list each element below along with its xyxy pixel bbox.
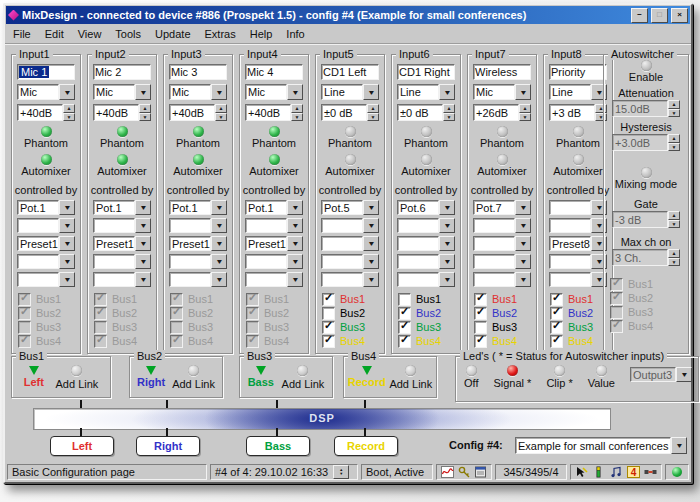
spin-down-icon[interactable] bbox=[367, 113, 379, 122]
bus4-checkbox[interactable] bbox=[94, 335, 107, 348]
chevron-down-icon[interactable] bbox=[515, 218, 531, 233]
control-select-3[interactable]: Preset8 bbox=[549, 236, 607, 251]
control-select-5[interactable] bbox=[169, 272, 227, 287]
control-select-5[interactable] bbox=[321, 272, 379, 287]
chevron-down-icon[interactable] bbox=[363, 200, 379, 215]
chevron-down-icon[interactable] bbox=[211, 254, 227, 269]
chevron-down-icon[interactable] bbox=[439, 84, 455, 100]
control-select-4[interactable] bbox=[321, 254, 379, 269]
automixer-led[interactable] bbox=[117, 154, 128, 165]
control-select-2[interactable] bbox=[397, 218, 455, 233]
minimize-button[interactable]: − bbox=[631, 8, 648, 23]
chevron-down-icon[interactable] bbox=[211, 272, 227, 287]
chevron-down-icon[interactable] bbox=[59, 254, 75, 269]
chevron-down-icon[interactable] bbox=[515, 84, 531, 100]
add-link-radio[interactable] bbox=[188, 365, 199, 376]
chevron-down-icon[interactable] bbox=[287, 272, 303, 287]
maximize-button[interactable]: □ bbox=[651, 8, 668, 23]
chevron-down-icon[interactable] bbox=[439, 218, 455, 233]
control-select-2[interactable] bbox=[245, 218, 303, 233]
control-select-3[interactable]: Preset1 bbox=[245, 236, 303, 251]
input-name-field[interactable]: Mic 1 bbox=[17, 64, 75, 80]
config-select[interactable]: Example for small conferences bbox=[515, 437, 687, 454]
chevron-down-icon[interactable] bbox=[363, 272, 379, 287]
phantom-led[interactable] bbox=[193, 126, 204, 137]
chevron-down-icon[interactable] bbox=[135, 218, 151, 233]
bus2-checkbox[interactable] bbox=[94, 307, 107, 320]
chevron-down-icon[interactable] bbox=[135, 236, 151, 251]
chevron-down-icon[interactable] bbox=[515, 272, 531, 287]
gate-stepper[interactable]: -3 dB bbox=[612, 211, 680, 228]
phantom-led[interactable] bbox=[497, 126, 508, 137]
control-select-1[interactable]: Pot.7 bbox=[473, 200, 531, 215]
input-gain-stepper[interactable]: +40dB bbox=[93, 104, 151, 121]
input-gain-stepper[interactable]: +40dB bbox=[245, 104, 303, 121]
bus-output-name[interactable]: Right bbox=[137, 377, 165, 388]
chevron-down-icon[interactable] bbox=[287, 200, 303, 215]
control-select-3[interactable] bbox=[397, 236, 455, 251]
control-select-2[interactable] bbox=[321, 218, 379, 233]
bus4-checkbox[interactable] bbox=[170, 335, 183, 348]
bus-output-name[interactable]: Left bbox=[24, 377, 44, 388]
input-source-select[interactable]: Mic bbox=[93, 84, 151, 100]
chevron-down-icon[interactable] bbox=[363, 236, 379, 251]
spin-up-icon[interactable] bbox=[63, 104, 75, 113]
spin-down-icon[interactable] bbox=[668, 143, 680, 152]
spin-down-icon[interactable] bbox=[139, 113, 151, 122]
bus4-checkbox[interactable] bbox=[398, 335, 411, 348]
chevron-down-icon[interactable] bbox=[59, 200, 75, 215]
bus4-checkbox[interactable] bbox=[246, 335, 259, 348]
menu-item[interactable]: Tools bbox=[108, 27, 148, 41]
document-icon[interactable] bbox=[474, 466, 487, 478]
chevron-down-icon[interactable] bbox=[59, 272, 75, 287]
input-source-select[interactable]: Mic bbox=[17, 84, 75, 100]
control-select-4[interactable] bbox=[17, 254, 75, 269]
chevron-down-icon[interactable] bbox=[211, 84, 227, 100]
control-select-1[interactable]: Pot.5 bbox=[321, 200, 379, 215]
chevron-down-icon[interactable] bbox=[211, 236, 227, 251]
bus-output-name[interactable]: Record bbox=[348, 377, 386, 388]
bus2-checkbox[interactable] bbox=[18, 307, 31, 320]
chevron-down-icon[interactable] bbox=[287, 254, 303, 269]
control-select-5[interactable] bbox=[245, 272, 303, 287]
chevron-down-icon[interactable] bbox=[439, 254, 455, 269]
bus4-checkbox[interactable] bbox=[474, 335, 487, 348]
menu-item[interactable]: Help bbox=[243, 27, 280, 41]
output-button[interactable]: Right bbox=[136, 436, 200, 456]
phantom-led[interactable] bbox=[421, 126, 432, 137]
chevron-down-icon[interactable] bbox=[135, 254, 151, 269]
cursor-pencil-icon[interactable] bbox=[575, 466, 588, 478]
mixing-mode-led[interactable] bbox=[641, 167, 652, 178]
spin-up-icon[interactable] bbox=[139, 104, 151, 113]
input-gain-stepper[interactable]: +26dB bbox=[473, 104, 531, 121]
control-select-5[interactable] bbox=[93, 272, 151, 287]
menu-item[interactable]: File bbox=[6, 27, 38, 41]
spin-up-icon[interactable] bbox=[367, 104, 379, 113]
spin-down-icon[interactable] bbox=[668, 220, 680, 229]
chevron-down-icon[interactable] bbox=[135, 84, 151, 100]
chevron-down-icon[interactable] bbox=[515, 236, 531, 251]
control-select-4[interactable] bbox=[93, 254, 151, 269]
control-select-1[interactable]: Pot.1 bbox=[245, 200, 303, 215]
phantom-led[interactable] bbox=[269, 126, 280, 137]
spin-up-icon[interactable] bbox=[443, 104, 455, 113]
input-gain-stepper[interactable]: ±0 dB bbox=[321, 104, 379, 121]
input-name-field[interactable]: Mic 3 bbox=[169, 64, 227, 80]
input-gain-stepper[interactable]: +40dB bbox=[169, 104, 227, 121]
control-select-2[interactable] bbox=[17, 218, 75, 233]
spin-up-icon[interactable] bbox=[215, 104, 227, 113]
input-name-field[interactable]: Mic 2 bbox=[93, 64, 151, 80]
spin-down-icon[interactable] bbox=[443, 113, 455, 122]
chevron-down-icon[interactable] bbox=[439, 272, 455, 287]
connector-icon[interactable] bbox=[644, 466, 657, 478]
led-mode-radio[interactable] bbox=[507, 365, 518, 376]
chevron-down-icon[interactable] bbox=[59, 218, 75, 233]
chevron-down-icon[interactable] bbox=[676, 367, 692, 382]
phantom-led[interactable] bbox=[117, 126, 128, 137]
chevron-down-icon[interactable] bbox=[211, 200, 227, 215]
config-spinner[interactable] bbox=[333, 465, 349, 479]
chevron-down-icon[interactable] bbox=[59, 84, 75, 100]
control-select-3[interactable]: Preset1 bbox=[17, 236, 75, 251]
bus-output-name[interactable]: Bass bbox=[248, 377, 274, 388]
bus2-checkbox[interactable] bbox=[170, 307, 183, 320]
